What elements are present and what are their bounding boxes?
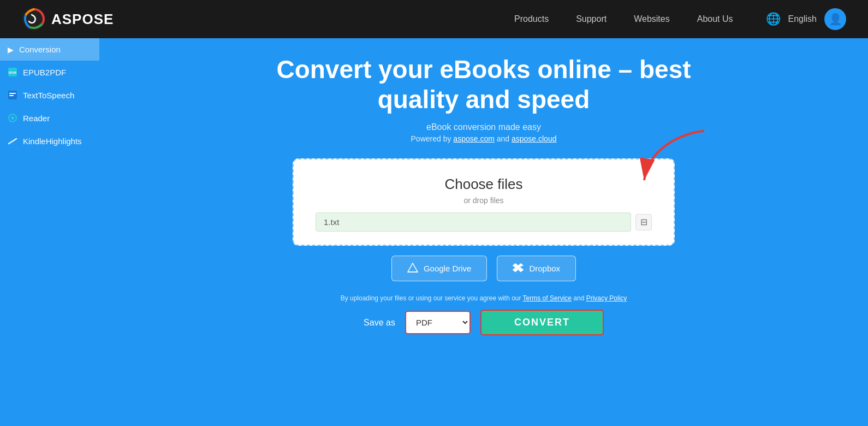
nav-websites[interactable]: Websites — [634, 14, 670, 24]
tts-icon — [8, 90, 17, 100]
google-drive-label: Google Drive — [424, 264, 472, 273]
file-row: 1.txt ⊟ — [316, 212, 652, 232]
dropbox-label: Dropbox — [529, 264, 560, 273]
sidebar-label-conversion: Conversion — [19, 45, 61, 54]
svg-marker-10 — [408, 263, 418, 272]
sidebar-item-epub2pdf[interactable]: EPUB EPUB2PDF — [0, 61, 99, 84]
upload-box[interactable]: Choose files or drop files 1.txt ⊟ — [293, 158, 675, 246]
language-label[interactable]: English — [788, 14, 817, 24]
nav-links: Products Support Websites About Us — [514, 14, 733, 24]
navbar-right: 🌐 English 👤 — [766, 8, 846, 30]
svg-line-8 — [9, 139, 16, 144]
svg-text:EPUB: EPUB — [9, 71, 16, 74]
svg-rect-5 — [9, 95, 14, 96]
content-area: Convert your eBooks online – best qualit… — [99, 38, 868, 426]
reader-icon — [8, 113, 17, 123]
epub-icon: EPUB — [8, 67, 17, 77]
cloud-buttons: Google Drive Dropbox — [391, 256, 576, 281]
logo[interactable]: ASPOSE — [22, 7, 114, 31]
user-avatar[interactable]: 👤 — [824, 8, 846, 30]
hero-title: Convert your eBooks online – best qualit… — [238, 55, 729, 115]
choose-files-text[interactable]: Choose files — [444, 176, 522, 193]
aspose-com-link[interactable]: aspose.com — [453, 134, 494, 143]
terms-of-service-link[interactable]: Terms of Service — [523, 294, 572, 302]
sidebar-label-reader: Reader — [23, 114, 50, 123]
save-as-row: Save as PDF EPUB MOBI AZW3 FB2 TXT DOCX … — [364, 310, 604, 335]
aspose-cloud-link[interactable]: aspose.cloud — [512, 134, 557, 143]
dropbox-icon — [513, 263, 524, 274]
svg-point-7 — [11, 116, 14, 120]
kindle-icon — [8, 136, 17, 146]
sidebar-item-conversion[interactable]: ▶ Conversion — [0, 38, 99, 61]
file-remove-button[interactable]: ⊟ — [635, 214, 652, 230]
hero-powered: Powered by aspose.com and aspose.cloud — [411, 134, 557, 143]
google-drive-icon — [407, 263, 418, 274]
sidebar-item-texttospeech[interactable]: TextToSpeech — [0, 84, 99, 106]
format-select[interactable]: PDF EPUB MOBI AZW3 FB2 TXT DOCX — [405, 311, 471, 334]
file-display: 1.txt — [316, 212, 631, 232]
dropbox-button[interactable]: Dropbox — [497, 256, 576, 281]
convert-button[interactable]: CONVERT — [480, 310, 604, 335]
globe-icon: 🌐 — [766, 12, 781, 26]
nav-about-us[interactable]: About Us — [697, 14, 733, 24]
logo-text: ASPOSE — [51, 11, 114, 28]
sidebar-label-epub2pdf: EPUB2PDF — [23, 68, 66, 77]
navbar: ASPOSE Products Support Websites About U… — [0, 0, 868, 38]
sidebar-label-kindlehighlights: KindleHighlights — [23, 137, 82, 146]
sidebar-item-kindlehighlights[interactable]: KindleHighlights — [0, 129, 99, 152]
terms-text: By uploading your files or using our ser… — [341, 294, 627, 302]
google-drive-button[interactable]: Google Drive — [391, 256, 487, 281]
sidebar-item-reader[interactable]: Reader — [0, 106, 99, 129]
sidebar: ▶ Conversion EPUB EPUB2PDF TextToSpeech … — [0, 38, 99, 426]
nav-support[interactable]: Support — [576, 14, 607, 24]
sidebar-label-texttospeech: TextToSpeech — [23, 91, 74, 100]
privacy-policy-link[interactable]: Privacy Policy — [586, 294, 627, 302]
aspose-logo-icon — [22, 7, 46, 31]
sidebar-arrow-icon: ▶ — [8, 45, 14, 54]
nav-products[interactable]: Products — [514, 14, 549, 24]
save-as-label: Save as — [364, 318, 395, 328]
drop-files-text: or drop files — [463, 196, 503, 205]
main-area: ▶ Conversion EPUB EPUB2PDF TextToSpeech … — [0, 38, 868, 426]
hero-subtitle: eBook conversion made easy — [426, 122, 541, 132]
svg-rect-4 — [9, 93, 16, 94]
